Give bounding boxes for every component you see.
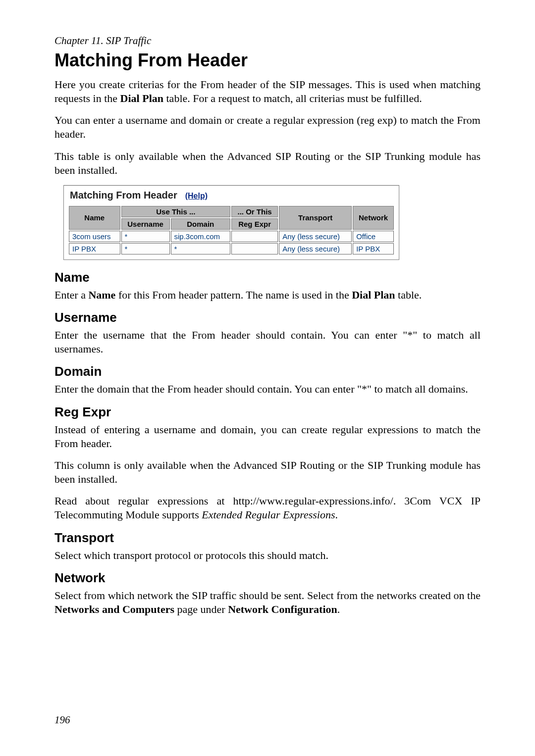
- section-regexpr-p1: Instead of entering a username and domai…: [54, 423, 481, 451]
- cell-transport[interactable]: Any (less secure): [279, 243, 352, 254]
- cell-reg-expr[interactable]: [231, 231, 278, 242]
- section-network-p1: Select from which network the SIP traffi…: [54, 589, 481, 616]
- col-username: Username: [121, 218, 170, 230]
- page-number: 196: [54, 714, 70, 726]
- section-heading-domain: Domain: [54, 364, 481, 379]
- section-heading-name: Name: [54, 270, 481, 285]
- col-network: Network: [353, 206, 394, 230]
- section-heading-reg-expr: Reg Expr: [54, 404, 481, 420]
- section-heading-network: Network: [54, 570, 481, 586]
- section-regexpr-p3-b: Extended Regular Expressions: [202, 508, 335, 521]
- section-network-p1-d: Network Configuration: [228, 603, 337, 615]
- section-name-p1-e: table.: [395, 289, 422, 301]
- page: Chapter 11. SIP Traffic Matching From He…: [0, 0, 535, 756]
- intro-p1-c: table. For a request to match, all crite…: [163, 92, 422, 104]
- col-name: Name: [69, 206, 120, 230]
- cell-username[interactable]: *: [121, 243, 170, 254]
- section-name-p1-a: Enter a: [54, 289, 88, 301]
- cell-transport[interactable]: Any (less secure): [279, 231, 352, 242]
- table-body: 3com users * sip.3com.com Any (less secu…: [69, 231, 394, 254]
- intro-p1: Here you create criterias for the From h…: [54, 78, 481, 105]
- intro-p2: You can enter a username and domain or c…: [54, 113, 481, 141]
- section-name-p1-c: for this From header pattern. The name i…: [115, 289, 352, 301]
- cell-network[interactable]: IP PBX: [353, 243, 394, 254]
- col-use-this: Use This ...: [121, 206, 230, 217]
- cell-reg-expr[interactable]: [231, 243, 278, 254]
- section-transport-p1: Select which transport protocol or proto…: [54, 549, 481, 562]
- section-regexpr-p3-c: .: [335, 508, 338, 521]
- section-name-p1: Enter a Name for this From header patter…: [54, 288, 481, 302]
- cell-domain[interactable]: *: [171, 243, 231, 254]
- rules-table: Name Use This ... ... Or This Transport …: [68, 205, 395, 255]
- section-regexpr-p3: Read about regular expressions at http:/…: [54, 494, 481, 522]
- section-username-p1: Enter the username that the From header …: [54, 328, 481, 356]
- table-row: IP PBX * * Any (less secure) IP PBX: [69, 243, 394, 254]
- col-domain: Domain: [171, 218, 231, 230]
- section-heading-transport: Transport: [54, 530, 481, 546]
- section-heading-username: Username: [54, 310, 481, 325]
- cell-name[interactable]: IP PBX: [69, 243, 120, 254]
- screenshot-title-row: Matching From Header (Help): [68, 188, 395, 205]
- section-network-p1-a: Select from which network the SIP traffi…: [54, 589, 481, 602]
- table-header-row-1: Name Use This ... ... Or This Transport …: [69, 206, 394, 217]
- col-transport: Transport: [279, 206, 352, 230]
- cell-name[interactable]: 3com users: [69, 231, 120, 242]
- help-link[interactable]: (Help): [185, 192, 208, 201]
- col-reg-expr: Reg Expr: [231, 218, 278, 230]
- section-domain-p1: Enter the domain that the From header sh…: [54, 382, 481, 396]
- page-title: Matching From Header: [54, 50, 481, 71]
- cell-username[interactable]: *: [121, 231, 170, 242]
- section-network-p1-b: Networks and Computers: [54, 603, 174, 615]
- cell-domain[interactable]: sip.3com.com: [171, 231, 231, 242]
- intro-p3: This table is only available when the Ad…: [54, 150, 481, 177]
- cell-network[interactable]: Office: [353, 231, 394, 242]
- section-name-p1-b: Name: [88, 289, 115, 301]
- chapter-label: Chapter 11. SIP Traffic: [54, 35, 481, 47]
- table-row: 3com users * sip.3com.com Any (less secu…: [69, 231, 394, 242]
- section-network-p1-e: .: [337, 603, 340, 615]
- section-network-p1-c: page under: [174, 603, 228, 615]
- section-regexpr-p2: This column is only available when the A…: [54, 458, 481, 486]
- screenshot-title: Matching From Header: [70, 190, 177, 201]
- screenshot-panel: Matching From Header (Help) Name Use Thi…: [63, 185, 399, 260]
- table-header: Name Use This ... ... Or This Transport …: [69, 206, 394, 230]
- section-name-p1-d: Dial Plan: [352, 289, 395, 301]
- col-or-this: ... Or This: [231, 206, 278, 217]
- intro-p1-b: Dial Plan: [120, 92, 163, 104]
